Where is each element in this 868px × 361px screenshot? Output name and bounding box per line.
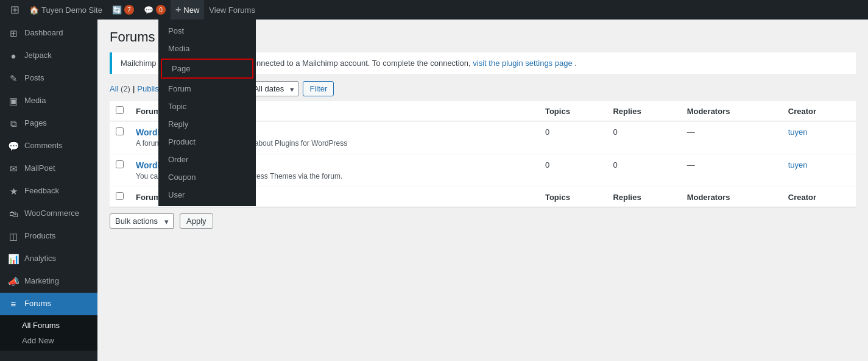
feedback-icon: ★ xyxy=(7,185,19,198)
sidebar-item-label: Analytics xyxy=(24,253,56,264)
new-dropdown-item-user[interactable]: User xyxy=(158,186,256,204)
new-dropdown-item-product[interactable]: Product xyxy=(158,133,256,151)
replies-cell: 0 xyxy=(607,154,680,187)
sidebar-sub-menu: All ForumsAdd New xyxy=(0,315,97,351)
comments-icon: 💬 xyxy=(7,140,19,152)
new-dropdown-item-post[interactable]: Post xyxy=(158,22,256,40)
comments-item[interactable]: 💬 0 xyxy=(139,0,171,20)
view-forums-button[interactable]: View Forums xyxy=(204,0,260,20)
sidebar-item-label: Comments xyxy=(24,140,63,151)
new-dropdown-item-coupon[interactable]: Coupon xyxy=(158,168,256,186)
replies-cell: 0 xyxy=(607,121,680,154)
sidebar-item-forums[interactable]: ≡Forums xyxy=(0,293,97,315)
sidebar: ⊞Dashboard●Jetpack✎Posts▣Media⧉Pages💬Com… xyxy=(0,20,97,361)
pages-icon: ⧉ xyxy=(7,117,19,130)
woocommerce-icon: 🛍 xyxy=(7,207,19,220)
sidebar-item-feedback[interactable]: ★Feedback xyxy=(0,180,97,202)
apply-button[interactable]: Apply xyxy=(180,213,213,229)
marketing-icon: 📣 xyxy=(7,275,19,288)
new-dropdown-item-media[interactable]: Media xyxy=(158,40,256,57)
view-forums-label: View Forums xyxy=(209,5,255,15)
new-dropdown-item-topic[interactable]: Topic xyxy=(158,98,256,115)
bottom-bar: Bulk actions Apply xyxy=(110,213,856,229)
footer-select-all[interactable] xyxy=(116,192,124,200)
all-link[interactable]: All (2) xyxy=(110,84,130,93)
bulk-actions-select-bottom[interactable]: Bulk actions xyxy=(110,213,174,229)
plus-icon: + xyxy=(175,4,181,15)
products-icon: ◫ xyxy=(7,230,19,243)
sidebar-item-mailpoet[interactable]: ✉MailPoet xyxy=(0,157,97,180)
new-label: New xyxy=(183,5,199,15)
sidebar-item-jetpack[interactable]: ●Jetpack xyxy=(0,45,97,67)
row-checkbox-cell xyxy=(110,121,130,154)
sidebar-item-label: Forums xyxy=(24,298,51,309)
updates-item[interactable]: 🔄 7 xyxy=(107,0,139,20)
new-dropdown-item-order[interactable]: Order xyxy=(158,151,256,168)
jetpack-icon: ● xyxy=(7,49,19,62)
date-filter-wrapper: All dates xyxy=(248,81,299,96)
media-icon: ▣ xyxy=(7,95,19,107)
forums-icon: ≡ xyxy=(7,298,19,310)
sidebar-item-label: Jetpack xyxy=(24,50,52,61)
notice-link[interactable]: visit the plugin settings page xyxy=(473,59,572,68)
topics-cell: 0 xyxy=(539,121,607,154)
mailpoet-icon: ✉ xyxy=(7,162,19,175)
sidebar-item-label: Posts xyxy=(24,73,44,84)
sidebar-item-label: Marketing xyxy=(24,276,59,287)
comments-icon: 💬 xyxy=(144,5,153,15)
header-checkbox-col xyxy=(110,101,130,121)
sidebar-item-analytics[interactable]: 📊Analytics xyxy=(0,248,97,270)
footer-creator-header: Creator xyxy=(782,187,856,207)
filter-button[interactable]: Filter xyxy=(303,81,334,96)
footer-moderators-header: Moderators xyxy=(681,187,782,207)
creator-link[interactable]: tuyen xyxy=(788,127,808,137)
bulk-actions-wrapper-bottom: Bulk actions xyxy=(110,213,174,229)
new-button[interactable]: + New xyxy=(171,0,204,20)
sidebar-item-label: Media xyxy=(24,95,46,106)
sidebar-item-products[interactable]: ◫Products xyxy=(0,225,97,248)
sidebar-sub-item-add-new[interactable]: Add New xyxy=(0,333,97,348)
wp-logo-icon: ⊞ xyxy=(10,3,19,16)
sidebar-item-posts[interactable]: ✎Posts xyxy=(0,67,97,90)
posts-icon: ✎ xyxy=(7,72,19,85)
analytics-icon: 📊 xyxy=(7,252,19,265)
creator-cell: tuyen xyxy=(782,154,856,187)
updates-icon: 🔄 xyxy=(112,5,122,15)
admin-bar: ⊞ 🏠 Tuyen Demo Site 🔄 7 💬 0 + New View F… xyxy=(0,0,868,20)
topics-cell: 0 xyxy=(539,154,607,187)
new-dropdown-item-forum[interactable]: Forum xyxy=(158,80,256,98)
new-dropdown-item-reply[interactable]: Reply xyxy=(158,115,256,133)
sidebar-item-label: WooCommerce xyxy=(24,208,79,219)
house-icon: 🏠 xyxy=(29,5,39,15)
site-name-item[interactable]: 🏠 Tuyen Demo Site xyxy=(24,0,107,20)
header-creator: Creator xyxy=(782,101,856,121)
creator-link[interactable]: tuyen xyxy=(788,160,808,170)
new-dropdown-item-page[interactable]: Page xyxy=(161,59,253,79)
date-filter-select[interactable]: All dates xyxy=(248,81,299,96)
header-replies: Replies xyxy=(607,101,680,121)
updates-badge: 7 xyxy=(124,5,134,15)
wp-logo[interactable]: ⊞ xyxy=(5,0,24,20)
select-all-checkbox[interactable] xyxy=(116,106,124,114)
sidebar-item-label: Products xyxy=(24,231,55,241)
row-checkbox-cell xyxy=(110,154,130,187)
sidebar-item-label: Feedback xyxy=(24,185,59,196)
sidebar-item-marketing[interactable]: 📣Marketing xyxy=(0,270,97,293)
sidebar-item-media[interactable]: ▣Media xyxy=(0,90,97,112)
new-dropdown: PostMediaPageForumTopicReplyProductOrder… xyxy=(158,20,256,206)
sidebar-item-woocommerce[interactable]: 🛍WooCommerce xyxy=(0,202,97,225)
header-moderators: Moderators xyxy=(681,101,782,121)
row-checkbox[interactable] xyxy=(116,160,124,168)
comments-badge: 0 xyxy=(156,5,166,15)
header-topics: Topics xyxy=(539,101,607,121)
sidebar-item-label: Dashboard xyxy=(24,27,63,38)
row-checkbox[interactable] xyxy=(116,127,124,135)
sidebar-item-dashboard[interactable]: ⊞Dashboard xyxy=(0,22,97,45)
footer-checkbox-col xyxy=(110,187,130,207)
dashboard-icon: ⊞ xyxy=(7,27,19,40)
moderators-cell: — xyxy=(681,121,782,154)
sidebar-sub-item-all-forums[interactable]: All Forums xyxy=(0,318,97,333)
sidebar-item-pages[interactable]: ⧉Pages xyxy=(0,112,97,135)
sidebar-item-comments[interactable]: 💬Comments xyxy=(0,135,97,157)
sidebar-item-label: Pages xyxy=(24,118,47,129)
